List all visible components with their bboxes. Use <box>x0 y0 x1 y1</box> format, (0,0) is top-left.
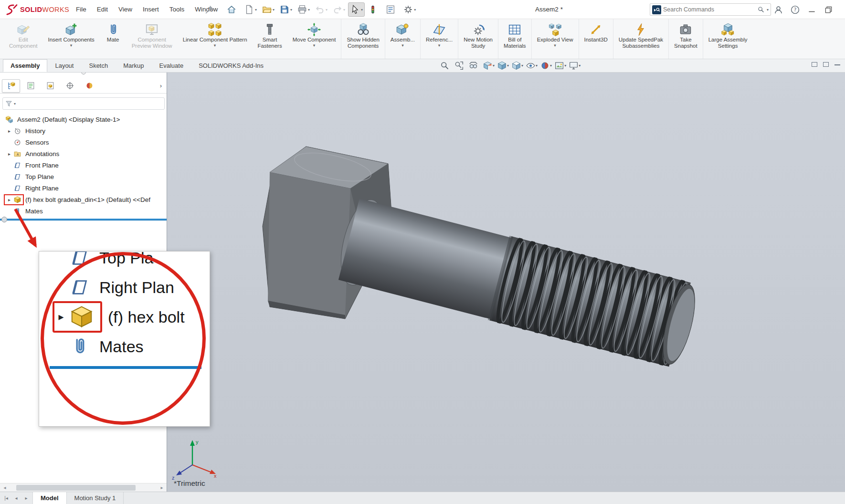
dropdown-caret-icon[interactable]: ▾ <box>313 43 316 48</box>
view-toolbar-button[interactable]: ▾ <box>554 60 567 71</box>
command-tab[interactable]: Layout <box>47 59 81 72</box>
expand-arrow-icon[interactable]: ▸ <box>6 128 12 134</box>
float-commandmanager-icon[interactable] <box>812 62 817 67</box>
ribbon-button[interactable]: Assemb... ▾ <box>385 19 420 59</box>
dropdown-caret-icon[interactable]: ▾ <box>290 8 292 12</box>
dropdown-caret-icon[interactable]: ▾ <box>493 63 495 68</box>
ribbon-button[interactable]: Mate ▾ <box>100 19 127 59</box>
toolbar-button[interactable]: ▾ <box>401 2 418 17</box>
dropdown-caret-icon[interactable]: ▾ <box>536 63 538 68</box>
titlebar-icon-button[interactable] <box>807 5 817 15</box>
ribbon-button[interactable]: Take Snapshot ▾ <box>668 19 703 59</box>
scrollbar-track[interactable] <box>10 485 157 491</box>
dropdown-caret-icon[interactable]: ▾ <box>414 8 416 12</box>
expand-arrow-icon[interactable]: ▸ <box>6 197 12 202</box>
panel-tab[interactable] <box>21 79 40 93</box>
dropdown-caret-icon[interactable]: ▾ <box>326 8 327 12</box>
tree-item[interactable]: ▸ Right Plane <box>0 182 167 194</box>
dropdown-caret-icon[interactable]: ▾ <box>255 8 257 12</box>
panel-horizontal-scrollbar[interactable]: ◂ ▸ <box>0 483 167 492</box>
search-commands-box[interactable]: ▾ <box>650 3 771 16</box>
toolbar-button[interactable]: ▾ <box>242 2 259 17</box>
toolbar-button[interactable]: ▾ <box>330 2 347 17</box>
bottom-tab[interactable]: Model <box>33 492 67 504</box>
ribbon-button[interactable]: Instant3D ▾ <box>579 19 613 59</box>
ribbon-button[interactable]: Bill of Materials ▾ <box>498 19 531 59</box>
rollback-bar[interactable] <box>0 219 167 220</box>
tree-item[interactable]: ▸ Top Plane <box>0 171 167 182</box>
view-toolbar-button[interactable]: ▾ <box>511 60 524 71</box>
dropdown-caret-icon[interactable]: ▾ <box>507 63 509 68</box>
menu-item[interactable]: Insert <box>137 0 164 19</box>
titlebar-icon-button[interactable] <box>773 5 783 15</box>
dropdown-caret-icon[interactable]: ▾ <box>554 43 556 48</box>
scroll-left-icon[interactable]: ◂ <box>1 485 9 490</box>
tree-item[interactable]: ▸ Front Plane <box>0 159 167 171</box>
menu-item[interactable]: File <box>71 0 92 19</box>
dropdown-caret-icon[interactable]: ▾ <box>214 43 216 48</box>
dropdown-caret-icon[interactable]: ▾ <box>70 43 73 48</box>
tree-filter-input[interactable] <box>17 100 162 107</box>
search-caret-icon[interactable]: ▾ <box>767 8 769 12</box>
ribbon-button[interactable]: Update SpeedPak Subassemblies ▾ <box>613 19 668 59</box>
collapse-ribbon-icon[interactable] <box>834 64 840 65</box>
scrollbar-thumb[interactable] <box>16 485 136 491</box>
toolbar-button[interactable]: ▾ <box>313 2 329 17</box>
menu-item[interactable]: Edit <box>92 0 113 19</box>
panel-tab[interactable] <box>41 79 59 93</box>
dropdown-caret-icon[interactable]: ▾ <box>361 8 363 12</box>
command-tab[interactable]: Sketch <box>81 59 116 72</box>
search-icon[interactable] <box>757 6 765 13</box>
ribbon-button[interactable]: Insert Components ▾ <box>42 19 99 59</box>
ribbon-button[interactable]: New Motion Study ▾ <box>458 19 498 59</box>
scroll-right-icon[interactable]: ▸ <box>158 485 166 490</box>
ribbon-button[interactable]: Show Hidden Components ▾ <box>341 19 384 59</box>
search-input[interactable] <box>663 6 755 13</box>
toolbar-button[interactable]: ▾ <box>277 2 294 17</box>
dropdown-caret-icon[interactable]: ▾ <box>308 8 310 12</box>
panel-tab[interactable] <box>61 79 79 93</box>
hex-bolt-3d-model[interactable]: y x z <box>167 73 845 492</box>
tree-item[interactable]: ▸ Mates <box>0 205 167 217</box>
dropdown-caret-icon[interactable]: ▾ <box>550 63 552 68</box>
ribbon-button[interactable]: Referenc... ▾ <box>420 19 458 59</box>
menu-item[interactable]: Tools <box>164 0 190 19</box>
view-toolbar-button[interactable]: ▾ <box>496 60 509 71</box>
toolbar-button[interactable]: ▾ <box>348 2 365 17</box>
toolbar-button[interactable]: ▾ <box>366 2 382 17</box>
graphics-viewport[interactable]: y x z *Trimetric <box>167 73 845 492</box>
command-tab[interactable]: Assembly <box>3 59 47 72</box>
tree-root-item[interactable]: Assem2 (Default) <Display State-1> <box>0 114 167 125</box>
panel-tab[interactable] <box>80 79 98 93</box>
toolbar-button[interactable]: ▾ <box>383 2 400 17</box>
menu-item[interactable]: View <box>113 0 137 19</box>
view-toolbar-button[interactable]: ▾ <box>468 60 481 71</box>
view-toolbar-button[interactable]: ▾ <box>539 60 552 71</box>
bottom-tab[interactable]: Motion Study 1 <box>67 492 124 504</box>
view-toolbar-button[interactable]: ▾ <box>454 60 466 71</box>
ribbon-button[interactable]: Exploded View ▾ <box>531 19 579 59</box>
ribbon-button[interactable]: Edit Component ▾ <box>4 19 42 59</box>
dropdown-caret-icon[interactable]: ▾ <box>564 63 566 68</box>
filter-caret-icon[interactable]: ▾ <box>14 102 16 106</box>
view-toolbar-button[interactable]: ▾ <box>482 60 495 71</box>
dropdown-caret-icon[interactable]: ▾ <box>438 43 441 48</box>
view-toolbar-button[interactable]: ▾ <box>525 60 538 71</box>
ribbon-button[interactable]: Large Assembly Settings ▾ <box>703 19 753 59</box>
tab-nav-icon[interactable]: ▸ <box>21 494 31 503</box>
tree-item[interactable]: ▸ Annotations <box>0 148 167 159</box>
toolbar-button[interactable]: ▾ <box>260 2 276 17</box>
panel-tab[interactable] <box>2 79 20 93</box>
tab-nav-icon[interactable]: |◂ <box>1 494 11 503</box>
ribbon-button[interactable]: Linear Component Pattern ▾ <box>178 19 253 59</box>
expand-pane-icon[interactable] <box>823 62 829 67</box>
command-tab[interactable]: Evaluate <box>152 59 191 72</box>
tree-item[interactable]: ▸ History <box>0 125 167 136</box>
ribbon-button[interactable]: Smart Fasteners ▾ <box>253 19 287 59</box>
dropdown-caret-icon[interactable]: ▾ <box>401 43 404 48</box>
tree-item[interactable]: ▸ Sensors <box>0 136 167 148</box>
titlebar-icon-button[interactable] <box>790 5 800 15</box>
panel-flyout-expand-icon[interactable]: › <box>160 82 162 89</box>
command-tab[interactable]: SOLIDWORKS Add-Ins <box>191 59 271 72</box>
tree-item[interactable]: ▸ (f) hex bolt gradeab_din<1> (Default) … <box>0 194 167 205</box>
